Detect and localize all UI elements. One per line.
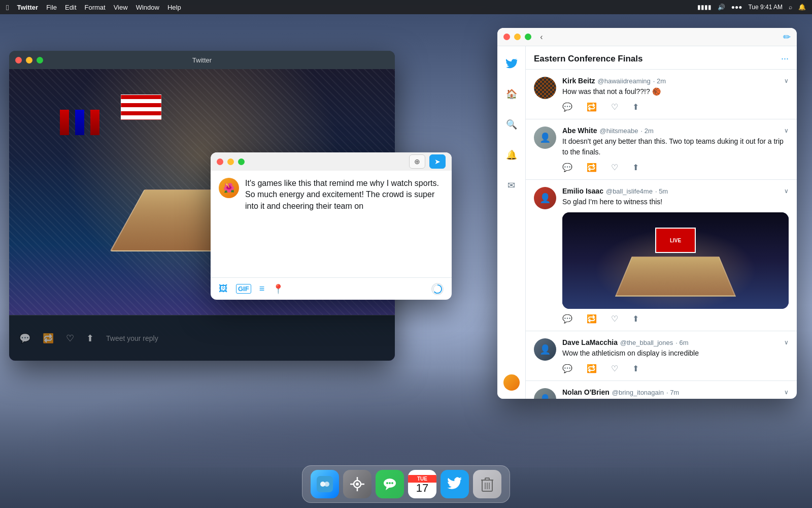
dock-calendar[interactable]: TUE 17: [408, 470, 436, 498]
compose-footer: 🖼 GIF ≡ 📍: [211, 277, 452, 300]
tweet-handle: @hiitsmeabe: [599, 127, 638, 135]
sidebar-notifications-icon[interactable]: 🔔: [502, 146, 521, 164]
like-icon[interactable]: ♡: [66, 333, 74, 344]
sidebar-search-icon[interactable]: 🔍: [502, 115, 521, 134]
retweet-action[interactable]: 🔁: [587, 314, 597, 324]
feed-close-button[interactable]: [503, 34, 510, 40]
notification-icon[interactable]: 🔔: [798, 4, 806, 11]
like-action[interactable]: ♡: [611, 314, 618, 324]
arena-banners: [60, 110, 99, 135]
menu-view[interactable]: View: [114, 4, 128, 11]
reply-action[interactable]: 💬: [562, 102, 572, 112]
tweet-handle: @ball_islife4me: [606, 187, 653, 195]
dock-finder[interactable]: [311, 470, 339, 498]
apple-menu[interactable]: : [6, 3, 9, 12]
tweet-content: Dave LaMacchia @the_bball_jones · 6m ∨ W…: [562, 338, 789, 373]
tweet-handle: @hawaiidreaming: [598, 77, 651, 85]
add-location-icon[interactable]: 📍: [273, 283, 284, 295]
tweet-chevron[interactable]: ∨: [784, 127, 789, 134]
feed-maximize-button[interactable]: [525, 34, 531, 40]
sidebar-twitter-icon[interactable]: [502, 54, 521, 73]
retweet-action[interactable]: 🔁: [587, 364, 597, 373]
dock: TUE 17: [302, 465, 510, 503]
reply-action[interactable]: 💬: [562, 364, 572, 373]
share-action[interactable]: ⬆: [632, 314, 639, 324]
tweet-reply-bar: 💬 🔁 ♡ ⬆ Tweet your reply: [9, 315, 395, 361]
tweet-chevron[interactable]: ∨: [784, 389, 789, 396]
minimize-button[interactable]: [26, 57, 32, 64]
wifi-icon: ●●●: [731, 4, 742, 11]
dock-system-preferences[interactable]: [343, 470, 371, 498]
tweet-user-info: Kirk Beitz @hawaiidreaming · 2m: [562, 77, 666, 85]
reply-action[interactable]: 💬: [562, 314, 572, 324]
compose-close-button[interactable]: [217, 158, 223, 165]
retweet-action[interactable]: 🔁: [587, 163, 597, 172]
feed-window: ‹ ✏ 🏠 🔍 🔔 ✉ Eastern Conference Finals ··…: [497, 28, 797, 399]
tweet-chevron[interactable]: ∨: [784, 77, 789, 84]
tweet-name: Abe White: [562, 126, 597, 135]
share-action[interactable]: ⬆: [632, 364, 639, 373]
dock-messages[interactable]: [376, 470, 404, 498]
tweet-header-row: Dave LaMacchia @the_bball_jones · 6m ∨: [562, 338, 789, 346]
compose-titlebar: ⊕ ➤: [211, 152, 452, 171]
tweet-name: Dave LaMacchia: [562, 338, 618, 346]
tweet-chevron[interactable]: ∨: [784, 187, 789, 195]
tweet-header-row: Abe White @hiitsmeabe · 2m ∨: [562, 126, 789, 135]
reply-placeholder[interactable]: Tweet your reply: [106, 334, 158, 342]
menu-help[interactable]: Help: [167, 4, 181, 11]
like-action[interactable]: ♡: [611, 102, 618, 112]
volume-icon: 🔊: [718, 4, 725, 11]
retweet-action[interactable]: 🔁: [587, 102, 597, 112]
share-action[interactable]: ⬆: [632, 102, 639, 112]
menu-file[interactable]: File: [46, 4, 57, 11]
compose-maximize-button[interactable]: [238, 158, 245, 165]
reply-action[interactable]: 💬: [562, 163, 572, 172]
menu-format[interactable]: Format: [85, 4, 106, 11]
close-button[interactable]: [15, 57, 22, 64]
tweet-handle: @the_bball_jones: [620, 339, 673, 346]
tweet-attached-image: LIVE: [562, 212, 789, 309]
tweet-compose-input[interactable]: It's games like this that remind me why …: [245, 178, 444, 259]
dock-trash[interactable]: [473, 470, 501, 498]
svg-point-14: [389, 482, 391, 484]
tweet-chevron[interactable]: ∨: [784, 339, 789, 346]
tweet-item: 👤 Abe White @hiitsmeabe · 2m ∨ It doesn'…: [526, 119, 797, 180]
tweet-actions: 💬 🔁 ♡ ⬆: [562, 364, 789, 373]
add-media-button[interactable]: ⊕: [409, 154, 425, 169]
compose-minimize-button[interactable]: [227, 158, 234, 165]
like-action[interactable]: ♡: [611, 163, 618, 172]
tweet-content: Abe White @hiitsmeabe · 2m ∨ It doesn't …: [562, 126, 789, 172]
like-action[interactable]: ♡: [611, 364, 618, 373]
share-icon[interactable]: ⬆: [86, 333, 94, 344]
scoreboard: LIVE: [655, 228, 696, 253]
app-name[interactable]: Twitter: [17, 4, 38, 11]
sidebar-home-icon[interactable]: 🏠: [502, 85, 521, 103]
send-tweet-button[interactable]: ➤: [429, 154, 446, 169]
sidebar-user-avatar[interactable]: [503, 374, 520, 391]
tweet-item: 👤 Dave LaMacchia @the_bball_jones · 6m ∨…: [526, 331, 797, 381]
search-icon[interactable]: ⌕: [789, 4, 792, 11]
reply-icon[interactable]: 💬: [19, 333, 30, 344]
compose-body: 🌺 It's games like this that remind me wh…: [211, 171, 452, 266]
add-gif-icon[interactable]: GIF: [236, 284, 251, 294]
feed-header: Eastern Conference Finals ···: [526, 46, 797, 70]
tweet-time: · 2m: [641, 127, 654, 135]
tweet-avatar: [534, 77, 556, 99]
retweet-icon[interactable]: 🔁: [43, 333, 54, 344]
menu-edit[interactable]: Edit: [65, 4, 76, 11]
add-poll-icon[interactable]: ≡: [259, 283, 265, 294]
dock-twitter[interactable]: [441, 470, 469, 498]
maximize-button[interactable]: [37, 57, 43, 64]
compose-icon[interactable]: ✏: [783, 31, 791, 43]
char-count-indicator: [431, 283, 444, 295]
back-button[interactable]: ‹: [535, 31, 548, 43]
more-options-button[interactable]: ···: [781, 53, 789, 64]
tweet-actions: 💬 🔁 ♡ ⬆: [562, 102, 789, 112]
tweet-name: Kirk Beitz: [562, 77, 595, 85]
menu-window[interactable]: Window: [136, 4, 159, 11]
add-image-icon[interactable]: 🖼: [219, 283, 228, 294]
sidebar-messages-icon[interactable]: ✉: [502, 176, 521, 195]
feed-minimize-button[interactable]: [514, 34, 521, 40]
tweet-time: · 6m: [675, 339, 688, 346]
share-action[interactable]: ⬆: [632, 163, 639, 172]
